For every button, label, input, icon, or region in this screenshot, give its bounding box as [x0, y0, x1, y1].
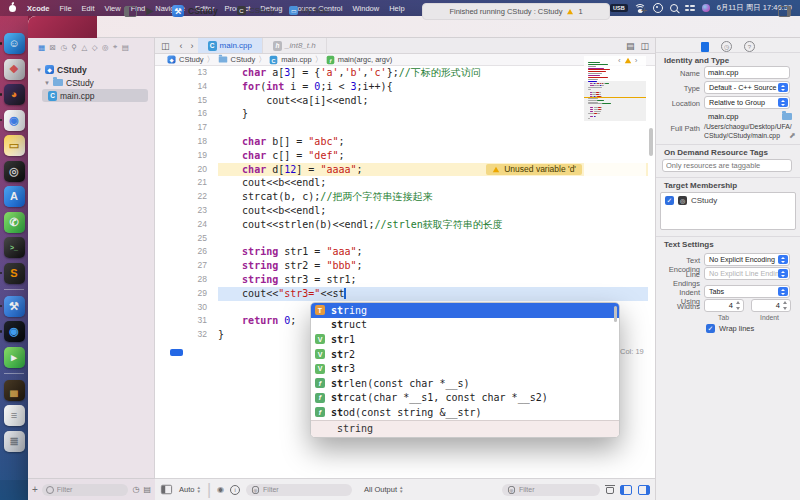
ondemand-input[interactable]	[666, 161, 788, 170]
toggle-navigator-icon[interactable]	[124, 6, 137, 17]
issue-navigation[interactable]: ‹ ›	[618, 56, 637, 65]
console-filter-input[interactable]	[519, 486, 595, 493]
code-line[interactable]: 22 strcat(b, c);//把两个字符串连接起来	[155, 190, 648, 204]
code-line[interactable]: 13 char a[3] = {'a','b','c'};//下标的形式访问	[155, 66, 648, 80]
add-editor-icon[interactable]: ◫	[638, 41, 655, 51]
indent-width-stepper[interactable]: 4	[751, 299, 791, 312]
ondemand-field[interactable]	[662, 159, 792, 172]
target-row[interactable]: ✓ ◎ CStudy	[661, 193, 795, 208]
recent-files-icon[interactable]: ◷	[132, 485, 139, 494]
name-input[interactable]	[708, 68, 786, 77]
crumb-file[interactable]: main.cpp	[281, 55, 311, 64]
control-center-icon[interactable]	[685, 5, 695, 12]
menu-item-xcode[interactable]: Xcode	[22, 4, 55, 13]
code-line[interactable]: 21 cout<<b<<endl;	[155, 176, 648, 190]
scm-status-icon[interactable]: ▤	[143, 485, 151, 494]
reports-icon[interactable]: ▤	[122, 43, 129, 52]
completion-item-strcat-char-__s1-const-char-__s2-[interactable]: fstrcat(char *__s1, const char *__s2)	[311, 391, 619, 406]
add-button[interactable]: +	[641, 4, 647, 16]
crumb-group[interactable]: CStudy	[231, 55, 256, 64]
menu-item-window[interactable]: Window	[347, 4, 384, 13]
console-filter-field[interactable]: ◎	[502, 484, 600, 496]
prev-issue-icon[interactable]: ‹	[618, 56, 621, 65]
info-icon[interactable]: i	[230, 485, 240, 495]
folder-icon[interactable]	[782, 113, 792, 120]
dock-item-chrome[interactable]: ◉	[4, 110, 25, 131]
stepper-arrows-icon[interactable]	[735, 301, 741, 310]
type-select[interactable]: Default - C++ Source	[704, 81, 790, 94]
code-line[interactable]: 20 char d[12] = "aaaa";Unused variable '…	[155, 163, 648, 177]
clear-console-icon[interactable]	[606, 485, 614, 494]
variables-filter-input[interactable]	[263, 486, 347, 493]
crumb-project[interactable]: CStudy	[179, 55, 204, 64]
encoding-select[interactable]: No Explicit Encoding	[704, 253, 790, 266]
dock-item-app-store[interactable]: A	[4, 186, 25, 207]
code-line[interactable]: 15 cout<<a[i]<<endl;	[155, 94, 648, 108]
code-line[interactable]: 17	[155, 121, 648, 135]
minimap[interactable]	[584, 56, 646, 210]
variables-scope-selector[interactable]: Auto▲▼	[179, 485, 201, 494]
completion-item-strlen-const-char-__s-[interactable]: fstrlen(const char *__s)	[311, 376, 619, 391]
crumb-function[interactable]: main(argc, argv)	[338, 55, 393, 64]
reveal-path-icon[interactable]: ⬈	[789, 128, 796, 144]
apple-menu-icon[interactable]	[9, 5, 16, 12]
scheme-selector[interactable]: C CStudy 〉 ▭ My Mac	[237, 5, 329, 16]
dock-item-sublime-text[interactable]: S	[4, 263, 25, 284]
navigator-filter-field[interactable]	[42, 484, 129, 496]
variables-filter-field[interactable]: ◎	[246, 484, 352, 496]
checkbox-checked-icon[interactable]: ✓	[706, 324, 715, 333]
dock-item-firefox[interactable]: ◕	[4, 84, 25, 105]
completion-item-stod-const-string-__str-[interactable]: fstod(const string &__str)	[311, 405, 619, 420]
dock-item-notes[interactable]: ▭	[4, 135, 25, 156]
code-line[interactable]: 19 char c[] = "def";	[155, 149, 648, 163]
disclosure-icon[interactable]: ▼	[44, 80, 50, 86]
code-line[interactable]: 14 for(int i = 0;i < 3;i++){	[155, 80, 648, 94]
toggle-inspector-icon[interactable]	[778, 6, 791, 17]
toggle-console-view-icon[interactable]	[638, 485, 650, 495]
usb-status-badge[interactable]: USB	[610, 4, 628, 12]
dock-item-facetime[interactable]: ▸	[4, 347, 25, 368]
activity-status[interactable]: Finished running CStudy : CStudy 1	[422, 3, 610, 20]
tree-file-row-selected[interactable]: C main.cpp	[42, 89, 148, 102]
dock-item-terminal[interactable]: >_	[4, 237, 25, 258]
dock-item-screen-recorder[interactable]: ◎	[4, 161, 25, 182]
console-scope-selector[interactable]: All Output▲▼	[364, 485, 403, 494]
back-icon[interactable]: ‹	[176, 41, 187, 51]
inline-warning-badge[interactable]: Unused variable 'd'	[486, 164, 582, 176]
disclosure-icon[interactable]: ▼	[36, 67, 42, 73]
find-navigator-icon[interactable]: ⚲	[71, 43, 77, 52]
quick-help-tab[interactable]: ?	[744, 41, 755, 52]
dock-item-minimized-window[interactable]: ▄	[4, 380, 25, 401]
checkbox-checked-icon[interactable]: ✓	[665, 196, 674, 205]
add-file-button[interactable]: +	[32, 484, 38, 495]
menu-item-edit[interactable]: Edit	[77, 4, 100, 13]
code-line[interactable]: 16 }	[155, 107, 648, 121]
indent-using-select[interactable]: Tabs	[704, 285, 790, 298]
dock-item-xcode[interactable]: ⚒	[4, 296, 25, 317]
completion-item-str1[interactable]: Vstr1	[311, 332, 619, 347]
tab-width-stepper[interactable]: 4	[704, 299, 744, 312]
dock-item-finder[interactable]: ☺	[4, 33, 25, 54]
dock-item-tencent-meeting[interactable]: ◉	[4, 321, 25, 342]
location-select[interactable]: Relative to Group	[704, 96, 790, 109]
zoom-window-button[interactable]	[0, 8, 7, 15]
source-control-icon[interactable]: ⊠	[50, 43, 56, 52]
code-line[interactable]: 29 cout<<"str3="<<st	[155, 287, 648, 301]
menu-item-view[interactable]: View	[100, 4, 126, 13]
tree-group-row[interactable]: ▼ CStudy	[28, 76, 154, 89]
code-line[interactable]: 25	[155, 232, 648, 246]
editor-grid-icon[interactable]: ◫	[155, 41, 176, 51]
completion-item-string[interactable]: Tstring	[311, 303, 619, 318]
menu-item-file[interactable]: File	[55, 4, 77, 13]
jump-bar[interactable]: ◆ CStudy 〉 CStudy 〉 C main.cpp 〉 f main(…	[155, 54, 655, 66]
code-lines[interactable]: 13 char a[3] = {'a','b','c'};//下标的形式访问14…	[155, 66, 648, 342]
code-line[interactable]: 18 char b[] = "abc";	[155, 135, 648, 149]
bookmarks-icon[interactable]: ◷	[60, 43, 67, 52]
completion-item-struct[interactable]: struct	[311, 318, 619, 333]
spotlight-search-icon[interactable]	[670, 4, 678, 12]
debug-navigator-icon[interactable]: ◎	[102, 43, 109, 52]
file-inspector-tab[interactable]	[701, 42, 709, 52]
code-line[interactable]: 24 cout<<strlen(b)<<endl;//strlen获取字符串的长…	[155, 218, 648, 232]
navigator-filter-input[interactable]	[57, 486, 125, 493]
siri-icon[interactable]	[702, 4, 710, 12]
